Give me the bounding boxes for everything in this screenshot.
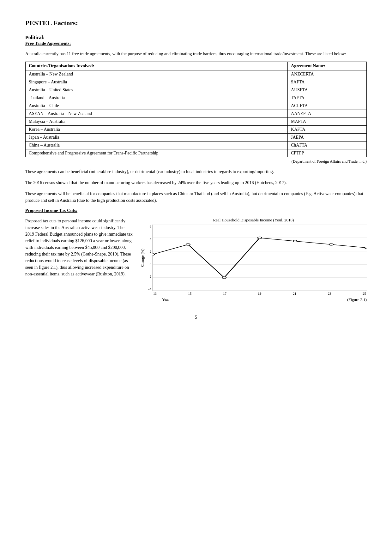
svg-point-13 bbox=[329, 244, 333, 245]
two-col-layout: Proposed tax cuts to personal income cou… bbox=[25, 218, 367, 302]
table-cell-agreement: TAFTA bbox=[288, 94, 367, 102]
table-row: Comprehensive and Progressive Agreement … bbox=[26, 149, 367, 157]
table-row: Korea – AustraliaKAFTA bbox=[26, 126, 367, 134]
table-row: Malaysia – AustraliaMAFTA bbox=[26, 118, 367, 126]
chart-y-label: Change (%) bbox=[140, 225, 145, 291]
table-cell-agreement: MAFTA bbox=[288, 118, 367, 126]
table-cell-country: Australia – New Zealand bbox=[26, 70, 288, 78]
table-cell-country: China – Australia bbox=[26, 142, 288, 149]
table-row: Japan – AustraliaJAEPA bbox=[26, 134, 367, 142]
table-cell-country: Korea – Australia bbox=[26, 126, 288, 134]
table-cell-agreement: ACl-FTA bbox=[288, 102, 367, 110]
table-row: Thailand – AustraliaTAFTA bbox=[26, 94, 367, 102]
para2: These agreements can be beneficial (mine… bbox=[25, 168, 367, 175]
table-cell-country: Comprehensive and Progressive Agreement … bbox=[26, 149, 288, 157]
svg-point-10 bbox=[222, 277, 226, 279]
chart-title: Real Household Disposable Income (Youl. … bbox=[140, 218, 367, 223]
chart-y-ticks: 6 4 2 0 -2 -4 bbox=[146, 225, 153, 291]
table-cell-country: Malaysia – Australia bbox=[26, 118, 288, 126]
table-cell-agreement: ChAFTA bbox=[288, 142, 367, 149]
table-header-col2: Agreement Name: bbox=[288, 62, 367, 70]
svg-point-11 bbox=[258, 237, 262, 239]
svg-point-9 bbox=[186, 244, 190, 245]
table-row: Singapore – AustraliaSAFTA bbox=[26, 78, 367, 86]
table-row: Australia – ChileACl-FTA bbox=[26, 102, 367, 110]
table-row: ASEAN – Australia – New ZealandAANZFTA bbox=[26, 110, 367, 118]
table-row: China – AustraliaChAFTA bbox=[26, 142, 367, 149]
income-tax-paragraph: Proposed tax cuts to personal income cou… bbox=[25, 218, 133, 277]
table-cell-agreement: AUSFTA bbox=[288, 86, 367, 94]
table-cell-country: ASEAN – Australia – New Zealand bbox=[26, 110, 288, 118]
line-chart bbox=[153, 225, 367, 291]
page-title: PESTEL Factors: bbox=[25, 19, 367, 27]
fta-subheading: Free Trade Agreements: bbox=[25, 41, 367, 46]
page-number: 5 bbox=[25, 315, 367, 320]
chart-container: Real Household Disposable Income (Youl. … bbox=[140, 218, 367, 302]
chart-col: Real Household Disposable Income (Youl. … bbox=[140, 218, 367, 302]
fta-table: Countries/Organisations Involved: Agreem… bbox=[25, 62, 367, 157]
table-citation: (Department of Foreign Affairs and Trade… bbox=[25, 159, 367, 164]
svg-point-8 bbox=[153, 254, 154, 256]
table-cell-agreement: KAFTA bbox=[288, 126, 367, 134]
chart-x-label: Year bbox=[162, 297, 347, 302]
income-tax-text-col: Proposed tax cuts to personal income cou… bbox=[25, 218, 133, 302]
table-cell-country: Australia – Chile bbox=[26, 102, 288, 110]
para4: These agreements will be beneficial for … bbox=[25, 190, 367, 204]
para3: The 2016 census showed that the number o… bbox=[25, 179, 367, 186]
political-heading: Political: bbox=[25, 35, 367, 40]
table-cell-agreement: ANZCERTA bbox=[288, 70, 367, 78]
table-row: Australia – United StatesAUSFTA bbox=[26, 86, 367, 94]
chart-x-axis: 13 15 17 19 21 23 25 bbox=[153, 292, 367, 295]
table-cell-country: Japan – Australia bbox=[26, 134, 288, 142]
table-cell-agreement: SAFTA bbox=[288, 78, 367, 86]
table-cell-agreement: AANZFTA bbox=[288, 110, 367, 118]
table-cell-agreement: CPTPP bbox=[288, 149, 367, 157]
svg-point-14 bbox=[365, 247, 367, 249]
table-cell-agreement: JAEPA bbox=[288, 134, 367, 142]
table-row: Australia – New ZealandANZCERTA bbox=[26, 70, 367, 78]
intro-paragraph: Australia currently has 11 free trade ag… bbox=[25, 51, 367, 57]
table-cell-country: Thailand – Australia bbox=[26, 94, 288, 102]
svg-point-12 bbox=[293, 240, 297, 242]
income-tax-heading: Proposed Income Tax Cuts: bbox=[25, 208, 367, 213]
table-cell-country: Australia – United States bbox=[26, 86, 288, 94]
table-cell-country: Singapore – Australia bbox=[26, 78, 288, 86]
table-header-col1: Countries/Organisations Involved: bbox=[26, 62, 288, 70]
chart-figure-label: (Figure 2.1) bbox=[347, 297, 367, 302]
